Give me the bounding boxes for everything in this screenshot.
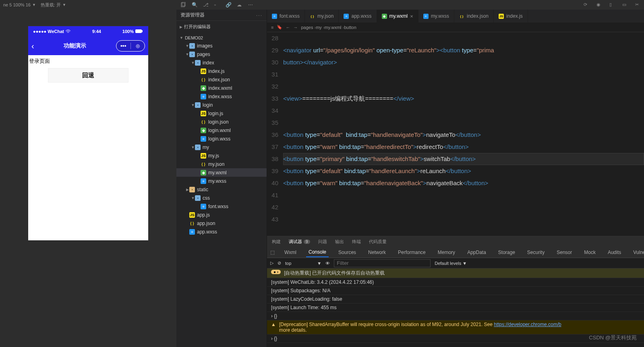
panel-tab-调试器[interactable]: 调试器 9 [289, 239, 310, 245]
top-bar: ne 5 100% 16 ▼ 热重载: 开 ▼ ⟳ ◉ ▯ ▭ ✂ [0, 0, 644, 10]
devtools-tab-Performance[interactable]: Performance [396, 248, 428, 257]
tree-item-app-js[interactable]: JSapp.js [176, 211, 267, 219]
breadcrumb-part[interactable]: button [344, 25, 356, 30]
console-line: [system] WeChatLib: 3.4.2 (2024.4.22 17:… [267, 278, 644, 287]
play-icon[interactable]: ▷ [270, 260, 273, 266]
tab-my-wxml[interactable]: ◆my.wxml× [377, 10, 418, 23]
wxss-icon: ≡ [201, 204, 206, 209]
devtools-tab-Sensor[interactable]: Sensor [554, 248, 574, 257]
folder-open-icon: ▪ [189, 52, 195, 57]
record-icon[interactable]: ◉ [596, 2, 602, 8]
tree-item-font-wxss[interactable]: ≡font.wxss [176, 202, 267, 211]
tab-my-wxss[interactable]: ≡my.wxss [418, 10, 454, 23]
tablet-icon[interactable]: ▭ [622, 2, 628, 8]
devtools-tab-Audits[interactable]: Audits [605, 248, 623, 257]
breadcrumb-part[interactable]: my [316, 25, 322, 30]
tree-item-app-wxss[interactable]: ≡app.wxss [176, 227, 267, 236]
inspect-icon[interactable]: ⬚ [270, 250, 275, 255]
tree-item-pages[interactable]: ▼▪pages [176, 50, 267, 58]
levels-dropdown[interactable]: Default levels ▼ [435, 261, 467, 266]
back-icon[interactable]: ‹ [31, 41, 34, 51]
explorer-more-icon[interactable]: ··· [256, 12, 263, 18]
tree-item-css[interactable]: ▼▪css [176, 194, 267, 202]
device-dropdown[interactable]: ne 5 100% 16 ▼ [3, 2, 36, 7]
branch-icon[interactable]: ⎇ [203, 2, 209, 8]
devtools-tab-Security[interactable]: Security [525, 248, 547, 257]
tree-item-my-json[interactable]: { }my.json [176, 160, 267, 168]
clear-icon[interactable]: ⊘ [277, 260, 281, 266]
tree-item-images[interactable]: ▼▪images [176, 41, 267, 50]
panel-tab-终端[interactable]: 终端 [352, 239, 361, 245]
cloud-icon[interactable]: ☁ [237, 2, 242, 8]
panel-tab-输出[interactable]: 输出 [335, 239, 344, 245]
panel-tab-问题[interactable]: 问题 [318, 239, 327, 245]
time-label: 9:44 [71, 29, 122, 34]
tree-item-index[interactable]: ▼▪index [176, 58, 267, 67]
console-toolbar: ▷ ⊘ top ▼ 👁 Default levels ▼ [267, 258, 644, 269]
tab-my-json[interactable]: { }my.json [305, 10, 339, 23]
filter-input[interactable] [334, 259, 431, 267]
tree-item-index-js[interactable]: JSindex.js [176, 67, 267, 75]
devtools-tab-Network[interactable]: Network [366, 248, 388, 257]
devtools-tab-Vulnerabi[interactable]: Vulnerabi [631, 248, 644, 257]
tree-item-my-js[interactable]: JSmy.js [176, 151, 267, 160]
bookmark-icon[interactable]: 🔖 [277, 25, 282, 30]
refresh-icon[interactable]: ⟳ [584, 2, 589, 8]
tab-app-wxss[interactable]: ≡app.wxss [339, 10, 377, 23]
project-section[interactable]: ▼DEMO02 [176, 34, 267, 41]
close-icon[interactable]: × [410, 13, 413, 19]
panel-tab-构建[interactable]: 构建 [272, 239, 281, 245]
hot-reload-dropdown[interactable]: 热重载: 开 ▼ [41, 2, 66, 8]
tree-item-login-js[interactable]: JSlogin.js [176, 109, 267, 118]
list-icon[interactable]: ≡ [271, 25, 273, 30]
tree-item-login-wxss[interactable]: ≡login.wxss [176, 134, 267, 143]
capsule-button[interactable]: ••• ◎ [116, 40, 145, 52]
breadcrumb-part[interactable]: my.wxml [325, 25, 342, 30]
tree-item-login[interactable]: ▼▪login [176, 101, 267, 109]
devtools-tab-Mock[interactable]: Mock [582, 248, 598, 257]
more-icon[interactable]: ⋯ [248, 2, 254, 8]
breadcrumb-part[interactable]: pages [301, 25, 313, 30]
tree-item-index-json[interactable]: { }index.json [176, 75, 267, 84]
tree-item-my-wxml[interactable]: ◆my.wxml [176, 168, 267, 177]
context-dropdown[interactable]: top ▼ [285, 261, 321, 266]
devtools-tab-Sources[interactable]: Sources [336, 248, 358, 257]
search-icon[interactable]: 🔍 [192, 2, 197, 8]
nav-back-icon[interactable]: ← [286, 25, 290, 30]
tree-item-my[interactable]: ▼▪my [176, 143, 267, 151]
console-output[interactable]: ● ›[自动热重载] 已开启代码文件保存后自动热重载[system] WeCha… [267, 269, 644, 347]
tree-item-static[interactable]: ▶▪static [176, 185, 267, 194]
devtools-tab-Memory[interactable]: Memory [435, 248, 458, 257]
nav-fwd-icon[interactable]: → [293, 25, 298, 30]
tab-bar: ≡font.wxss{ }my.json≡app.wxss◆my.wxml×≡m… [267, 10, 644, 23]
devtools-tab-Console[interactable]: Console [306, 248, 329, 257]
open-editors-section[interactable]: ▶打开的编辑器 [176, 23, 267, 31]
tab-index-js[interactable]: JSindex.js [494, 10, 528, 23]
tree-item-login-wxml[interactable]: ◆login.wxml [176, 126, 267, 134]
phone-icon[interactable]: ▯ [609, 2, 615, 8]
link-icon[interactable]: 🔗 [226, 2, 231, 8]
panel-tab-代码质量[interactable]: 代码质量 [369, 239, 387, 245]
eye-icon[interactable]: 👁 [325, 261, 330, 266]
tree-item-app-json[interactable]: { }app.json [176, 219, 267, 227]
wxss-icon: ≡ [344, 14, 349, 19]
menu-dots-icon[interactable]: ••• [116, 43, 130, 49]
json-icon: { } [189, 221, 195, 226]
phone-frame: ●●●●● WeChat 9:44 100% ‹ 功能演示 ••• ◎ 登录页面… [28, 26, 149, 241]
tree-item-login-json[interactable]: { }login.json [176, 118, 267, 126]
devtools-tab-Storage[interactable]: Storage [496, 248, 518, 257]
tab-index-json[interactable]: { }index.json [454, 10, 494, 23]
copy-icon[interactable] [180, 2, 186, 8]
tree-item-index-wxml[interactable]: ◆index.wxml [176, 84, 267, 92]
close-mini-icon[interactable]: ◎ [131, 43, 145, 49]
tab-font-wxss[interactable]: ≡font.wxss [267, 10, 305, 23]
box-icon[interactable]: ▫ [214, 2, 220, 8]
cut-icon[interactable]: ✂ [635, 2, 641, 8]
devtools-tab-AppData[interactable]: AppData [465, 248, 489, 257]
code-editor[interactable]: 28293031323334353637383940414243 <naviga… [267, 32, 644, 236]
tree-item-index-wxss[interactable]: ≡index.wxss [176, 92, 267, 101]
tree-item-my-wxss[interactable]: ≡my.wxss [176, 177, 267, 185]
devtools-tab-Wxml[interactable]: Wxml [282, 248, 299, 257]
back-button[interactable]: 回退 [48, 68, 128, 83]
simulator-pane: ●●●●● WeChat 9:44 100% ‹ 功能演示 ••• ◎ 登录页面… [0, 10, 176, 347]
